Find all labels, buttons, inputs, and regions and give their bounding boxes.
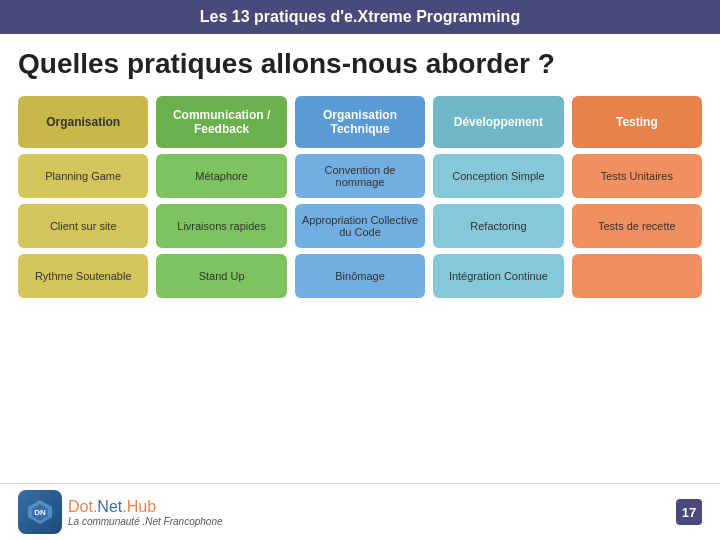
col-item-client-sur-site: Client sur site — [18, 204, 148, 248]
logo-icon: DN — [18, 490, 62, 534]
logo-name: Dot.Net.Hub — [68, 498, 223, 516]
column-testing: Testing Tests Unitaires Tests de recette — [572, 96, 702, 473]
columns-container: Organisation Planning Game Client sur si… — [18, 96, 702, 473]
page-number: 17 — [676, 499, 702, 525]
col-item-stand-up: Stand Up — [156, 254, 286, 298]
col-header-organisation: Organisation — [18, 96, 148, 148]
column-communication: Communication / Feedback Métaphore Livra… — [156, 96, 286, 473]
logo-subtitle: La communauté .Net Francophone — [68, 516, 223, 527]
col-item-rythme-soutenable: Rythme Soutenable — [18, 254, 148, 298]
col-item-testing-empty — [572, 254, 702, 298]
col-header-developpement: Développement — [433, 96, 563, 148]
column-developpement: Développement Conception Simple Refactor… — [433, 96, 563, 473]
footer: DN Dot.Net.Hub La communauté .Net Franco… — [0, 483, 720, 540]
content-area: Quelles pratiques allons-nous aborder ? … — [0, 34, 720, 483]
col-item-metaphore: Métaphore — [156, 154, 286, 198]
col-item-integration-continue: Intégration Continue — [433, 254, 563, 298]
logo-area: DN Dot.Net.Hub La communauté .Net Franco… — [18, 490, 223, 534]
col-item-binomage: Binômage — [295, 254, 425, 298]
column-organisation: Organisation Planning Game Client sur si… — [18, 96, 148, 473]
col-item-tests-unitaires: Tests Unitaires — [572, 154, 702, 198]
title-bar: Les 13 pratiques d'e.Xtreme Programming — [0, 0, 720, 34]
col-header-communication: Communication / Feedback — [156, 96, 286, 148]
page-heading: Quelles pratiques allons-nous aborder ? — [18, 48, 702, 80]
col-item-tests-recette: Tests de recette — [572, 204, 702, 248]
col-item-refactoring: Refactoring — [433, 204, 563, 248]
title-text: Les 13 pratiques d'e.Xtreme Programming — [200, 8, 520, 25]
col-item-livraisons-rapides: Livraisons rapides — [156, 204, 286, 248]
col-item-planning-game: Planning Game — [18, 154, 148, 198]
col-header-org-technique: Organisation Technique — [295, 96, 425, 148]
main-container: Les 13 pratiques d'e.Xtreme Programming … — [0, 0, 720, 540]
col-item-appropriation-collective: Appropriation Collective du Code — [295, 204, 425, 248]
svg-text:DN: DN — [34, 508, 46, 517]
logo-text: Dot.Net.Hub La communauté .Net Francopho… — [68, 498, 223, 527]
col-item-conception-simple: Conception Simple — [433, 154, 563, 198]
column-org-technique: Organisation Technique Convention de nom… — [295, 96, 425, 473]
col-item-convention-nommage: Convention de nommage — [295, 154, 425, 198]
col-header-testing: Testing — [572, 96, 702, 148]
